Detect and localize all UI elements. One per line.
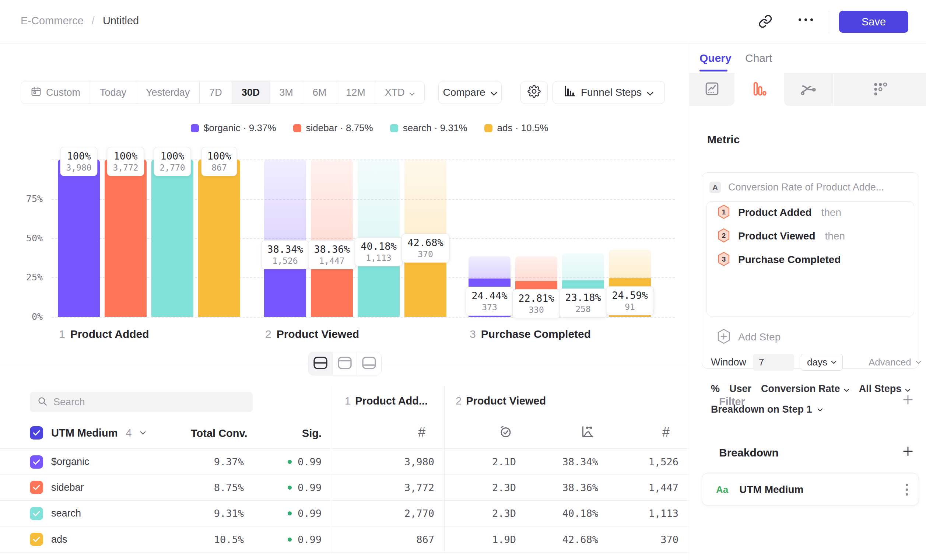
significance-value: 0.99 xyxy=(298,456,322,468)
view-table-only-button[interactable] xyxy=(357,352,381,375)
add-breakdown-button[interactable] xyxy=(902,445,914,459)
tab-query[interactable]: Query xyxy=(699,52,732,65)
count-metric-icon[interactable]: # xyxy=(418,424,425,440)
breakdown-item-card[interactable]: Aa UTM Medium xyxy=(702,473,919,506)
sig-column-header[interactable]: Sig. xyxy=(285,427,322,439)
step-number: 2 xyxy=(265,328,271,340)
then-connector: then xyxy=(825,230,845,242)
table-row-search[interactable]: search9.31%0.992,7702.3D40.18%1,113 xyxy=(0,500,689,527)
segment-label: search xyxy=(51,508,81,519)
bar-pct-value: 23.18% xyxy=(565,291,601,304)
row-checkbox[interactable] xyxy=(30,533,43,546)
bar-value-label[interactable]: 42.68%370 xyxy=(401,233,449,263)
significance: 0.99 xyxy=(226,475,322,501)
bar-value-label[interactable]: 22.81%330 xyxy=(512,289,560,318)
funnel-drop-off-ads-step3 xyxy=(609,250,651,278)
bar-value-label[interactable]: 38.34%1,526 xyxy=(261,240,309,269)
table-row-organic[interactable]: $organic9.37%0.993,9802.1D38.34%1,526 xyxy=(0,448,689,475)
measure-metric-dropdown[interactable]: Conversion Rate xyxy=(761,383,849,395)
bar-pct-value: 38.36% xyxy=(314,243,350,256)
count-metric-icon[interactable]: # xyxy=(662,424,670,440)
breakdown-on-step-dropdown[interactable]: Breakdown on Step 1 xyxy=(711,404,823,415)
report-tab-flows[interactable] xyxy=(784,73,833,106)
view-chart-only-button[interactable] xyxy=(333,352,357,375)
funnel-report-app: E-Commerce / Untitled Save CustomTodayYe… xyxy=(0,0,926,560)
kebab-menu-icon[interactable] xyxy=(905,483,908,498)
bar-value-label[interactable]: 100%3,980 xyxy=(60,147,97,176)
metric-step-2[interactable]: 2Product Viewedthen xyxy=(717,229,845,244)
significance-value: 0.99 xyxy=(298,508,322,519)
funnel-bar-sidebar-step1[interactable] xyxy=(104,159,147,317)
step2-count: 1,526 xyxy=(583,449,678,475)
metric-series-row[interactable]: A Conversion Rate of Product Adde... xyxy=(710,182,884,193)
window-label: Window xyxy=(711,357,746,368)
bar-count-value: 370 xyxy=(407,249,443,260)
copy-link-button[interactable] xyxy=(758,14,773,30)
search-icon xyxy=(37,396,47,408)
measure-scope-dropdown[interactable]: All Steps xyxy=(859,383,911,395)
report-tab-retention[interactable] xyxy=(834,73,926,106)
tab-chart[interactable]: Chart xyxy=(745,52,772,65)
conversion-rate-metric-icon[interactable] xyxy=(581,425,595,440)
bar-value-label[interactable]: 40.18%1,113 xyxy=(355,237,402,266)
bar-pct-value: 38.34% xyxy=(267,243,303,256)
significance-dot xyxy=(287,512,292,515)
search-input[interactable] xyxy=(53,397,230,408)
funnel-drop-off-organic-step3 xyxy=(469,256,510,278)
measure-row-content: %UserConversion RateAll Steps xyxy=(711,383,911,395)
bar-pct-value: 22.81% xyxy=(518,292,554,305)
view-split-button[interactable] xyxy=(308,352,333,375)
metric-step-1[interactable]: 1Product Addedthen xyxy=(717,205,841,220)
time-to-convert-icon[interactable] xyxy=(499,425,512,440)
add-step-row[interactable]: Add Step xyxy=(717,328,781,345)
table-header-breakdown: UTM Medium 4 xyxy=(30,426,146,439)
funnel-bar-search-step1[interactable] xyxy=(151,159,194,317)
breakdown-on-step-label: Breakdown on Step 1 xyxy=(711,404,812,415)
segment-label: sidebar xyxy=(51,482,84,493)
breakdown-column-label[interactable]: UTM Medium xyxy=(51,427,118,439)
step2-time-to-convert: 2.3D xyxy=(420,475,516,501)
select-all-checkbox[interactable] xyxy=(30,426,43,439)
total-conv-column-header[interactable]: Total Conv. xyxy=(191,427,244,439)
chevron-down-icon[interactable] xyxy=(140,430,146,436)
funnel-bar-organic-step1[interactable] xyxy=(58,159,100,317)
funnel-drop-off-search-step3 xyxy=(562,253,604,280)
report-tab-funnels-active[interactable] xyxy=(734,73,784,106)
table-row-sidebar[interactable]: sidebar8.75%0.993,7722.3D38.36%1,447 xyxy=(0,475,689,501)
measure-symbol: % xyxy=(711,383,720,395)
table-row-ads[interactable]: ads10.5%0.998671.9D42.68%370 xyxy=(0,527,689,552)
row-checkbox[interactable] xyxy=(30,481,43,494)
save-button[interactable]: Save xyxy=(839,11,908,33)
y-axis-tick: 50% xyxy=(17,233,43,244)
retention-dots-icon xyxy=(872,81,888,98)
bar-value-label[interactable]: 100%2,770 xyxy=(154,147,191,176)
measure-entity[interactable]: User xyxy=(729,383,751,395)
bar-value-label[interactable]: 24.59%91 xyxy=(606,286,654,315)
row-checkbox[interactable] xyxy=(30,507,43,520)
funnel-bar-ads-step1[interactable] xyxy=(198,159,240,317)
row-label-cell: search xyxy=(30,500,81,527)
bar-count-value: 258 xyxy=(565,304,601,315)
more-menu-button[interactable] xyxy=(799,18,813,21)
significance-dot xyxy=(287,460,292,464)
bar-pct-value: 100% xyxy=(159,150,185,162)
window-value-input[interactable] xyxy=(753,354,794,371)
bar-value-label[interactable]: 24.44%373 xyxy=(466,287,513,316)
bar-value-label[interactable]: 38.36%1,447 xyxy=(308,240,356,269)
bar-count-value: 1,526 xyxy=(267,256,303,266)
metric-step-3[interactable]: 3Purchase Completed xyxy=(717,252,841,267)
bar-count-value: 867 xyxy=(207,162,231,173)
step-number-hexagon-badge: 3 xyxy=(717,251,731,268)
report-tab-insights[interactable] xyxy=(689,73,734,106)
step2-count: 370 xyxy=(583,527,678,552)
add-filter-button[interactable] xyxy=(902,394,914,407)
window-unit-select[interactable]: days xyxy=(801,354,843,371)
table-group-header-step1: 1Product Add... xyxy=(345,395,428,407)
bar-pct-value: 100% xyxy=(207,150,231,162)
row-checkbox[interactable] xyxy=(30,456,43,469)
svg-text:3: 3 xyxy=(722,255,726,263)
advanced-dropdown[interactable]: Advanced xyxy=(869,357,921,368)
bar-value-label[interactable]: 100%3,772 xyxy=(107,147,144,176)
bar-value-label[interactable]: 23.18%258 xyxy=(559,289,607,318)
bar-value-label[interactable]: 100%867 xyxy=(201,147,237,176)
